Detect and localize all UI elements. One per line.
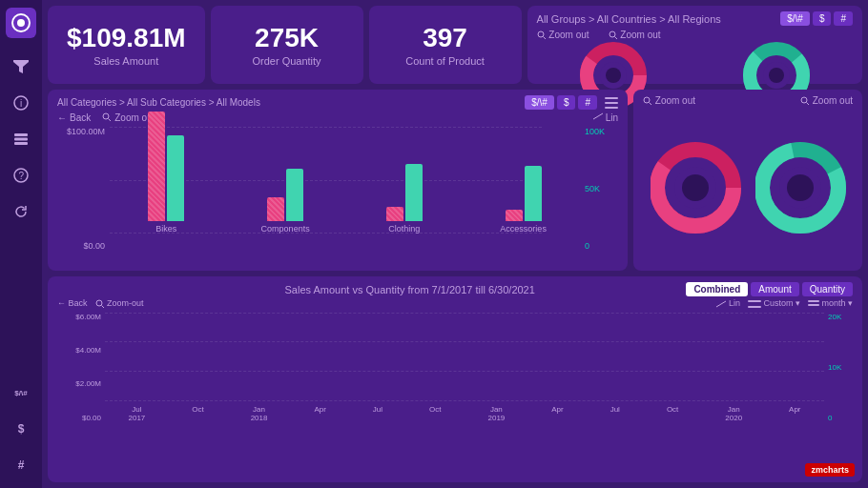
svg-point-34 (682, 174, 709, 201)
filter-icon[interactable] (6, 51, 36, 82)
donut-chart-3 (651, 131, 741, 245)
count-product-card: 397 Count of Product (369, 6, 522, 84)
svg-rect-22 (605, 102, 618, 104)
zmcharts-badge: zmcharts (805, 463, 855, 477)
bottom-subheader: ← Back Zoom-out Lin Custom ▾ month ▾ (57, 298, 853, 309)
bottom-x-labels: Jul 2017 Oct Jan 2018 Apr Jul (105, 405, 824, 422)
svg-point-38 (787, 174, 814, 201)
x-label-oct18: Oct (429, 405, 441, 422)
count-product-value: 397 (423, 23, 467, 53)
x-label-apr18: Apr (314, 405, 325, 422)
svg-text:?: ? (19, 171, 25, 181)
bar-pair-bikes (148, 112, 184, 221)
right-hash-btn[interactable]: # (834, 11, 853, 26)
bottom-bars-row (105, 313, 824, 401)
middle-row: All Categories > All Sub Categories > Al… (48, 90, 862, 271)
right-zoom-1: Zoom out (537, 30, 589, 40)
middle-breadcrumb: All Categories > All Sub Categories > Al… (57, 97, 260, 108)
svg-line-12 (614, 37, 617, 40)
count-product-label: Count of Product (405, 55, 485, 67)
components-qty-bar (286, 169, 303, 221)
svg-point-27 (644, 97, 650, 103)
combined-btn[interactable]: Combined (686, 282, 748, 296)
middle-dollar-btn[interactable]: $ (557, 95, 576, 110)
svg-text:i: i (20, 98, 22, 109)
sales-amount-card: $109.81M Sales Amount (48, 6, 205, 84)
bottom-custom-btn[interactable]: Custom ▾ (748, 298, 800, 309)
accessories-qty-bar (525, 166, 542, 221)
svg-line-26 (593, 113, 603, 119)
bottom-lin-btn[interactable]: Lin (716, 298, 740, 309)
bar-pair-accessories (506, 166, 542, 221)
middle-panel-actions: $/\# $ # (525, 95, 618, 110)
amount-btn[interactable]: Amount (751, 282, 798, 296)
svg-line-28 (650, 103, 652, 106)
middle-back-btn[interactable]: ← Back (57, 112, 91, 123)
refresh-icon[interactable] (6, 196, 36, 227)
x-label-jan18: Jan 2018 (251, 405, 268, 422)
bottom-zoom-btn[interactable]: Zoom-out (95, 298, 144, 309)
svg-rect-42 (748, 300, 761, 302)
bar-pair-components (267, 169, 303, 221)
right-btn-group: $/\# $ # (780, 11, 853, 26)
svg-point-39 (96, 300, 102, 306)
svg-point-24 (103, 113, 109, 119)
svg-rect-44 (808, 300, 819, 302)
svg-rect-43 (748, 306, 761, 308)
right-zoom-row: Zoom out Zoom out (537, 30, 853, 40)
middle-lin-btn[interactable]: Lin (593, 112, 618, 123)
bottom-chart-title: Sales Amount vs Quantity from 7/1/2017 t… (134, 284, 686, 295)
dollar-sidebar-icon[interactable]: $ (6, 414, 36, 444)
bottom-y-left: $6.00M $4.00M $2.00M $0.00 (57, 313, 105, 422)
svg-point-11 (610, 31, 615, 37)
svg-rect-5 (14, 138, 28, 141)
bars-container: Bikes Components (110, 127, 580, 234)
svg-rect-23 (605, 107, 618, 109)
svg-line-10 (543, 37, 546, 40)
svg-rect-6 (14, 142, 28, 145)
x-label-jul: Jul 2017 (128, 405, 145, 422)
svg-line-30 (806, 103, 809, 106)
bar-group-bikes: Bikes (110, 112, 223, 234)
bar-group-components: Components (229, 169, 342, 234)
x-label-jul18: Jul (373, 405, 382, 422)
svg-point-1 (17, 19, 25, 27)
middle-y2-axis: 100K 50K 0 (580, 127, 618, 251)
svg-rect-21 (605, 97, 618, 99)
bottom-month-btn[interactable]: month ▾ (808, 298, 853, 309)
info-icon[interactable]: i (6, 88, 36, 118)
svg-point-29 (801, 97, 807, 103)
layers-icon[interactable] (6, 124, 36, 154)
bikes-qty-bar (167, 135, 184, 221)
middle-btn-group: $/\# $ # (525, 95, 597, 110)
dollar-hash-sidebar-icon[interactable]: $/\# (6, 377, 36, 408)
accessories-label: Accessories (500, 224, 547, 234)
bottom-header: Sales Amount vs Quantity from 7/1/2017 t… (57, 282, 853, 296)
svg-point-16 (606, 68, 621, 83)
bottom-chart-area: $6.00M $4.00M $2.00M $0.00 (57, 313, 853, 422)
right-dollar-hash-btn[interactable]: $/\# (780, 11, 810, 26)
bar-group-clothing: Clothing (348, 164, 462, 234)
x-label-jul19: Jul (610, 405, 620, 422)
svg-line-40 (101, 305, 104, 308)
x-label-oct19: Oct (667, 405, 678, 422)
hash-sidebar-icon[interactable]: # (6, 450, 36, 480)
x-label-jan19: Jan 2019 (487, 405, 505, 422)
middle-dollar-hash-btn[interactable]: $/\# (525, 95, 554, 110)
svg-point-20 (769, 68, 784, 83)
clothing-amount-bar (386, 207, 403, 221)
right-panel-header: All Groups > All Countries > All Regions… (537, 11, 853, 26)
bottom-back-btn[interactable]: ← Back (57, 298, 88, 308)
x-label-jan20: Jan 2020 (725, 405, 742, 422)
logo-icon[interactable] (6, 8, 36, 38)
middle-hash-btn[interactable]: # (578, 95, 597, 110)
x-label-apr20: Apr (789, 405, 800, 422)
quantity-btn[interactable]: Quantity (802, 282, 853, 296)
sidebar: i ? $/\# $ # (0, 0, 42, 488)
x-label-apr19: Apr (551, 405, 563, 422)
right-dollar-btn[interactable]: $ (813, 11, 832, 26)
help-icon[interactable]: ? (6, 160, 36, 191)
clothing-label: Clothing (388, 224, 420, 234)
middle-y-axis: $100.00M $0.00 (57, 127, 110, 251)
main-content: $109.81M Sales Amount 275K Order Quantit… (42, 0, 868, 488)
